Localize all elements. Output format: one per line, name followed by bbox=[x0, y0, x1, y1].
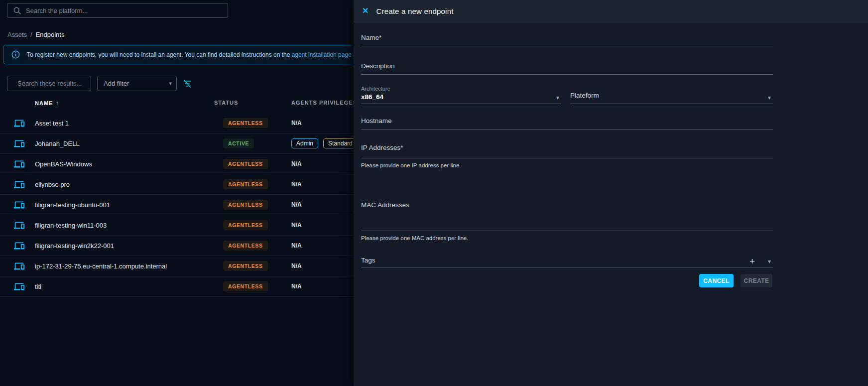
column-header-status[interactable]: STATUS bbox=[214, 100, 238, 106]
column-header-privileges[interactable]: AGENTS PRIVILEGES bbox=[291, 100, 357, 106]
status-badge: AGENTLESS bbox=[223, 241, 268, 251]
status-badge: AGENTLESS bbox=[223, 200, 268, 210]
sort-ascending-icon: ↑ bbox=[55, 100, 59, 107]
breadcrumb-parent[interactable]: Assets bbox=[7, 31, 27, 38]
status-badge: ACTIVE bbox=[223, 138, 254, 148]
mac-helper-text: Please provide one MAC address per line. bbox=[361, 235, 468, 241]
filter-clear-icon[interactable] bbox=[182, 79, 192, 89]
close-icon[interactable]: ✕ bbox=[362, 7, 369, 15]
ip-addresses-field[interactable]: IP Addresses* bbox=[361, 143, 773, 158]
endpoint-name: filigran-testing-win2k22-001 bbox=[35, 242, 114, 250]
chevron-down-icon[interactable]: ▾ bbox=[768, 258, 771, 265]
platform-search-input[interactable] bbox=[26, 7, 222, 14]
privileges-value: N/A bbox=[291, 242, 302, 249]
status-badge: AGENTLESS bbox=[223, 159, 268, 169]
ip-helper-text: Please provide one IP address per line. bbox=[361, 162, 461, 168]
add-filter-select[interactable]: Add filter ▾ bbox=[97, 76, 177, 91]
devices-icon bbox=[14, 118, 24, 129]
devices-icon bbox=[14, 281, 24, 292]
info-icon bbox=[11, 50, 20, 59]
chevron-down-icon: ▾ bbox=[556, 94, 559, 101]
results-search[interactable] bbox=[7, 76, 91, 91]
tags-field-label: Tags bbox=[361, 257, 375, 264]
mac-addresses-field-label: MAC Addresses bbox=[361, 201, 409, 209]
table-row[interactable]: Johanah_DELL ACTIVE Admin Standard bbox=[0, 133, 354, 154]
devices-icon bbox=[14, 241, 24, 251]
name-field[interactable]: Name* bbox=[361, 33, 773, 46]
endpoint-name: Asset test 1 bbox=[35, 120, 69, 127]
endpoint-name: titi bbox=[35, 283, 41, 290]
privileges-value: N/A bbox=[291, 160, 302, 167]
endpoint-name: Johanah_DELL bbox=[35, 140, 80, 147]
table-row[interactable]: filigran-testing-win2k22-001 AGENTLESS N… bbox=[0, 236, 354, 256]
table-row[interactable]: filigran-testing-ubuntu-001 AGENTLESS N/… bbox=[0, 195, 354, 215]
architecture-select[interactable]: Architecture x86_64 ▾ bbox=[361, 84, 561, 104]
breadcrumb: Assets/Endpoints bbox=[7, 31, 64, 38]
devices-icon bbox=[14, 179, 24, 190]
status-badge: AGENTLESS bbox=[223, 281, 268, 291]
ip-addresses-field-label: IP Addresses* bbox=[361, 144, 403, 151]
add-icon[interactable]: + bbox=[749, 257, 755, 266]
status-badge: AGENTLESS bbox=[223, 220, 268, 230]
name-field-label: Name* bbox=[361, 34, 381, 41]
mac-addresses-field[interactable]: MAC Addresses bbox=[361, 200, 773, 231]
status-badge: AGENTLESS bbox=[223, 179, 268, 189]
table-row[interactable]: ip-172-31-29-75.eu-central-1.compute.int… bbox=[0, 256, 354, 276]
breadcrumb-separator: / bbox=[30, 31, 32, 38]
description-field[interactable]: Description bbox=[361, 61, 773, 75]
devices-icon bbox=[14, 159, 24, 169]
chevron-down-icon: ▾ bbox=[768, 94, 771, 101]
privileges-value: N/A bbox=[291, 181, 302, 188]
hostname-field[interactable]: Hostname bbox=[361, 116, 773, 129]
cancel-button[interactable]: CANCEL bbox=[699, 274, 734, 287]
privilege-chip-standard: Standard bbox=[323, 138, 358, 148]
privileges-chips: Admin Standard bbox=[291, 138, 358, 148]
search-icon bbox=[13, 6, 21, 15]
create-endpoint-form: Name* Description Architecture x86_64 ▾ … bbox=[361, 22, 773, 386]
privileges-value: N/A bbox=[291, 283, 302, 290]
status-badge: AGENTLESS bbox=[223, 261, 268, 271]
drawer-header: ✕ Create a new endpoint bbox=[354, 0, 868, 22]
platform-search[interactable] bbox=[7, 3, 228, 18]
platform-select[interactable]: Plateform ▾ bbox=[570, 91, 773, 104]
endpoint-name: ip-172-31-29-75.eu-central-1.compute.int… bbox=[35, 262, 167, 270]
results-search-input[interactable] bbox=[17, 80, 105, 87]
endpoint-name: ellynbsc-pro bbox=[35, 181, 70, 188]
endpoint-name: OpenBAS-Windows bbox=[35, 160, 92, 168]
agent-installation-link[interactable]: agent installation page bbox=[292, 51, 352, 58]
chevron-down-icon: ▾ bbox=[169, 80, 172, 87]
architecture-select-label: Architecture bbox=[361, 86, 390, 92]
drawer-title: Create a new endpoint bbox=[376, 7, 453, 15]
endpoints-table: Asset test 1 AGENTLESS N/A Johanah_DELL … bbox=[0, 113, 354, 297]
table-row[interactable]: ellynbsc-pro AGENTLESS N/A bbox=[0, 174, 354, 195]
devices-icon bbox=[14, 138, 24, 149]
privileges-value: N/A bbox=[291, 201, 302, 208]
privileges-value: N/A bbox=[291, 262, 302, 269]
architecture-select-value: x86_64 bbox=[361, 93, 383, 101]
tags-field[interactable]: Tags + ▾ bbox=[361, 256, 773, 267]
table-row[interactable]: OpenBAS-Windows AGENTLESS N/A bbox=[0, 154, 354, 174]
breadcrumb-current: Endpoints bbox=[36, 31, 65, 38]
endpoint-name: filigran-testing-win11-003 bbox=[35, 222, 107, 229]
table-row[interactable]: titi AGENTLESS N/A bbox=[0, 276, 354, 297]
create-endpoint-drawer: ✕ Create a new endpoint Name* Descriptio… bbox=[354, 0, 868, 386]
platform-select-label: Plateform bbox=[570, 92, 599, 99]
devices-icon bbox=[14, 220, 24, 231]
privileges-value: N/A bbox=[291, 222, 302, 229]
devices-icon bbox=[14, 200, 24, 210]
privileges-value: N/A bbox=[291, 120, 302, 127]
status-badge: AGENTLESS bbox=[223, 118, 268, 128]
table-row[interactable]: Asset test 1 AGENTLESS N/A bbox=[0, 113, 354, 133]
column-header-name[interactable]: NAME↑ bbox=[35, 100, 59, 107]
hostname-field-label: Hostname bbox=[361, 117, 392, 125]
table-row[interactable]: filigran-testing-win11-003 AGENTLESS N/A bbox=[0, 215, 354, 236]
add-filter-label: Add filter bbox=[104, 80, 129, 87]
privilege-chip-admin: Admin bbox=[291, 138, 318, 148]
devices-icon bbox=[14, 261, 24, 271]
endpoint-name: filigran-testing-ubuntu-001 bbox=[35, 201, 110, 209]
description-field-label: Description bbox=[361, 62, 395, 70]
create-button[interactable]: CREATE bbox=[741, 274, 772, 287]
